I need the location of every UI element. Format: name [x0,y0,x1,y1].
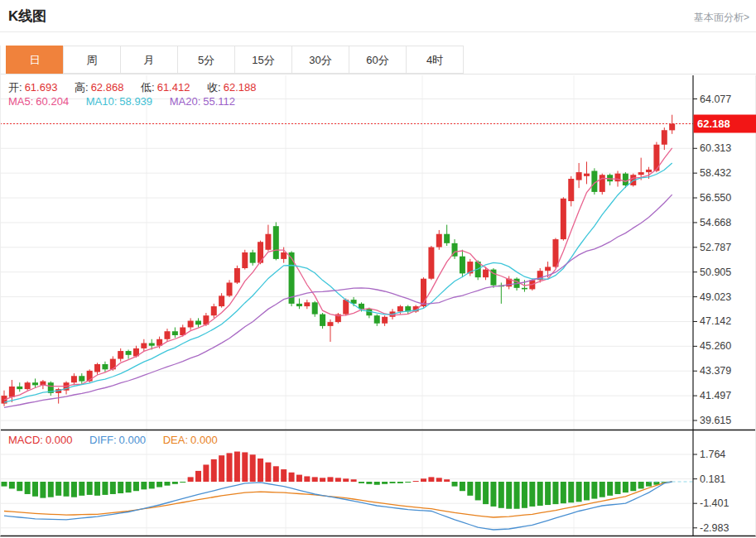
low-label: 低: [141,81,155,94]
svg-text:64.077: 64.077 [700,94,731,105]
svg-text:47.142: 47.142 [700,315,731,327]
kline-widget: K线图 基本面分析> 日周月5分15分30分60分4时 64.07760.313… [0,0,756,538]
macd-axis-labels: 1.7640.181-1.401-2.983 [693,449,729,534]
price-axis-labels: 64.07760.31358.43256.55054.66852.78750.9… [693,94,731,427]
ma20-line [4,195,672,407]
svg-text:-1.401: -1.401 [700,497,729,509]
svg-text:56.550: 56.550 [700,192,731,204]
macd-legend: MACD:0.000 DIFF:0.000 DEA:0.000 [8,434,220,446]
svg-text:43.379: 43.379 [700,365,731,377]
ohlc-legend: 开:61.693 高:62.868 低:61.412 收:62.188 [8,80,258,95]
dea-value: 0.000 [190,434,218,446]
svg-text:41.497: 41.497 [700,390,731,401]
svg-text:0.181: 0.181 [700,473,725,485]
svg-text:-2.983: -2.983 [700,522,729,534]
close-value: 62.188 [224,81,257,94]
open-value: 61.693 [25,81,58,94]
ma5-value: 60.204 [36,95,69,108]
macd-label: MACD: [8,434,43,446]
macd-histogram [2,452,667,509]
current-price-badge: 62.188 [694,115,756,133]
low-value: 61.412 [157,81,190,94]
svg-text:50.905: 50.905 [700,267,731,278]
ma10-value: 58.939 [119,95,152,108]
open-label: 开: [8,81,22,94]
diff-value: 0.000 [119,434,147,446]
ma20-value: 55.112 [203,95,235,108]
svg-text:60.313: 60.313 [700,142,731,154]
macd-value: 0.000 [46,434,73,446]
svg-text:58.432: 58.432 [700,167,731,179]
svg-text:1.764: 1.764 [700,449,725,460]
svg-text:45.260: 45.260 [700,340,731,352]
svg-text:52.787: 52.787 [700,242,731,253]
svg-text:39.615: 39.615 [700,415,731,426]
svg-text:62.188: 62.188 [697,118,730,130]
ma20-label: MA20: [170,95,201,108]
ma10-label: MA10: [86,95,118,108]
ma5-label: MA5: [8,95,33,108]
ma-legend: MA5:60.204 MA10:58.939 MA20:55.112 [8,95,238,108]
high-value: 62.868 [91,81,124,94]
svg-text:54.668: 54.668 [700,217,731,228]
close-label: 收: [207,81,221,94]
dea-label: DEA: [163,434,188,446]
high-label: 高: [75,81,89,94]
diff-label: DIFF: [89,434,117,446]
svg-text:49.023: 49.023 [700,291,731,303]
